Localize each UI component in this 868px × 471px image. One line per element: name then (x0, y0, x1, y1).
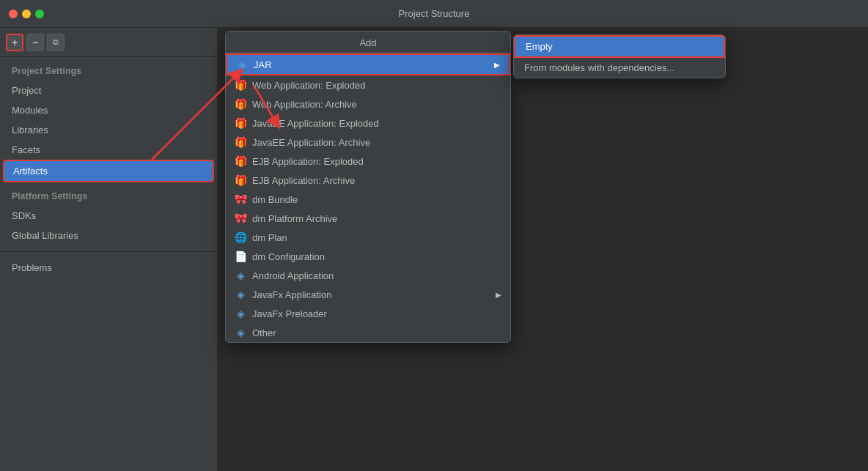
content-area: Add ◈ JAR ▶ 🎁 Web Application: Exploded … (218, 28, 868, 471)
sidebar-item-libraries[interactable]: Libraries (0, 120, 217, 140)
jar-icon: ◈ (236, 59, 248, 70)
menu-item-web-archive[interactable]: 🎁 Web Application: Archive (226, 94, 510, 114)
dm-bundle-icon: 🎀 (235, 193, 246, 205)
menu-item-javaee-archive[interactable]: 🎁 JavaEE Application: Archive (226, 133, 510, 152)
javaee-archive-icon: 🎁 (235, 136, 246, 148)
menu-item-javaee-exploded[interactable]: 🎁 JavaEE Application: Exploded (226, 114, 510, 133)
other-icon: ◈ (235, 327, 246, 338)
sidebar-divider (0, 251, 217, 252)
android-icon: ◈ (235, 270, 246, 281)
window-controls[interactable] (9, 10, 44, 18)
javafx-submenu-arrow: ▶ (496, 291, 501, 299)
toolbar: + − ⧉ (0, 28, 217, 57)
menu-item-dm-plan[interactable]: 🌐 dm Plan (226, 228, 510, 247)
sidebar-item-artifacts[interactable]: Artifacts (3, 160, 214, 182)
menu-item-android-app[interactable]: ◈ Android Application (226, 266, 510, 285)
minimize-button[interactable] (22, 10, 31, 18)
sidebar-item-problems[interactable]: Problems (0, 258, 217, 278)
sub-menu-item-from-modules[interactable]: From modules with dependencies... (514, 58, 725, 78)
sidebar: + − ⧉ Project Settings Project Modules L… (0, 28, 218, 471)
menu-item-javafx-app[interactable]: ◈ JavaFx Application ▶ (226, 285, 510, 304)
menu-item-web-exploded[interactable]: 🎁 Web Application: Exploded (226, 75, 510, 94)
menu-item-dm-platform[interactable]: 🎀 dm Platform Archive (226, 209, 510, 228)
dm-config-icon: 📄 (235, 251, 246, 262)
minus-icon: − (32, 37, 38, 48)
javaee-exploded-icon: 🎁 (235, 117, 246, 129)
close-button[interactable] (9, 10, 18, 18)
add-button[interactable]: + (6, 34, 23, 51)
add-popup: Add ◈ JAR ▶ 🎁 Web Application: Exploded … (225, 31, 511, 343)
copy-icon: ⧉ (53, 37, 59, 47)
web-exploded-icon: 🎁 (235, 79, 246, 91)
add-popup-title: Add (226, 31, 510, 53)
menu-item-other[interactable]: ◈ Other (226, 323, 510, 342)
web-archive-icon: 🎁 (235, 98, 246, 110)
sub-menu-item-empty[interactable]: Empty (514, 35, 725, 58)
menu-item-dm-config[interactable]: 📄 dm Configuration (226, 247, 510, 266)
platform-settings-section: Platform Settings (0, 182, 217, 206)
sub-menu: Empty From modules with dependencies... (513, 34, 726, 78)
sidebar-item-project[interactable]: Project (0, 81, 217, 100)
ejb-archive-icon: 🎁 (235, 174, 246, 186)
titlebar: Project Structure (0, 0, 868, 28)
project-settings-section: Project Settings (0, 57, 217, 81)
menu-item-ejb-archive[interactable]: 🎁 EJB Application: Archive (226, 171, 510, 190)
javafx-app-icon: ◈ (235, 289, 246, 300)
submenu-arrow: ▶ (494, 61, 500, 69)
sidebar-item-global-libraries[interactable]: Global Libraries (0, 226, 217, 245)
window-title: Project Structure (399, 8, 470, 19)
dm-platform-icon: 🎀 (235, 212, 246, 224)
menu-item-ejb-exploded[interactable]: 🎁 EJB Application: Exploded (226, 152, 510, 171)
main-layout: + − ⧉ Project Settings Project Modules L… (0, 28, 868, 471)
javafx-preloader-icon: ◈ (235, 308, 246, 319)
sidebar-item-modules[interactable]: Modules (0, 100, 217, 120)
maximize-button[interactable] (35, 10, 44, 18)
remove-button[interactable]: − (26, 34, 44, 51)
menu-item-dm-bundle[interactable]: 🎀 dm Bundle (226, 190, 510, 209)
sidebar-item-sdks[interactable]: SDKs (0, 206, 217, 226)
sidebar-item-facets[interactable]: Facets (0, 140, 217, 160)
menu-item-jar[interactable]: ◈ JAR ▶ (226, 53, 510, 75)
plus-icon: + (12, 37, 18, 48)
copy-button[interactable]: ⧉ (47, 34, 65, 51)
menu-item-javafx-preloader[interactable]: ◈ JavaFx Preloader (226, 304, 510, 323)
dm-plan-icon: 🌐 (235, 231, 246, 243)
ejb-exploded-icon: 🎁 (235, 155, 246, 167)
